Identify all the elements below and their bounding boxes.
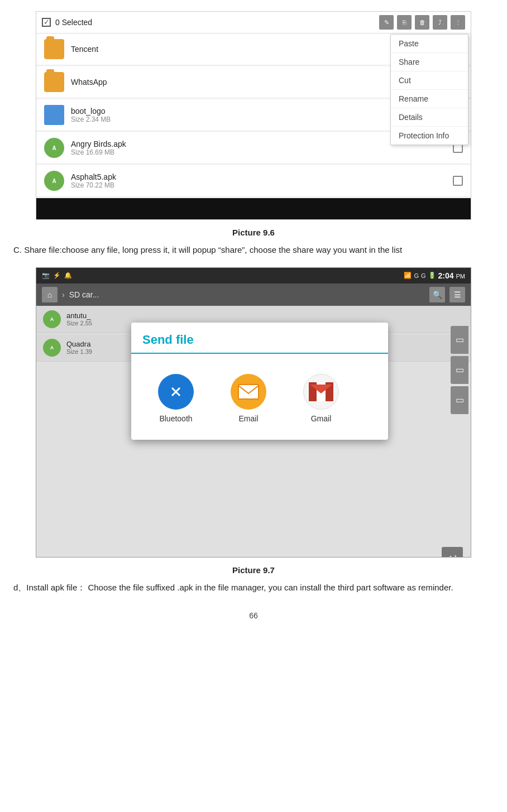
bluetooth-icon: [158, 374, 194, 410]
send-file-dialog: Send file Bluetooth: [131, 323, 388, 440]
paragraph-d: d、Install apk file： Choose the file suff…: [13, 580, 494, 595]
file-size: Size 2.55: [66, 320, 92, 326]
more-icon[interactable]: ⋮: [451, 15, 465, 30]
gmail-option[interactable]: Gmail: [288, 368, 355, 429]
back-button[interactable]: ↩: [442, 547, 463, 558]
signal-icon: G: [414, 272, 419, 279]
gmail-icon: [303, 374, 339, 410]
search-icon[interactable]: 🔍: [429, 287, 445, 302]
fm-nav-bar: ⌂ › SD car... 🔍 ☰: [36, 284, 471, 306]
file-name: antutu_: [66, 311, 92, 320]
email-option[interactable]: Email: [215, 368, 282, 429]
body-text-d: d、Install apk file： Choose the file suff…: [13, 580, 494, 595]
signal2-icon: G: [421, 272, 426, 279]
time-value: 2:04: [438, 271, 454, 280]
dialog-title: Send file: [131, 323, 388, 354]
fm-topbar: 0 Selected ✎ ⎘ 🗑 ⤴ ⋮: [36, 12, 471, 33]
bottom-black-bar: [36, 198, 471, 219]
usb-icon: ⚡: [53, 272, 61, 279]
item-checkbox[interactable]: [453, 176, 463, 186]
file-info: antutu_ Size 2.55: [66, 311, 92, 326]
notification-icon: 🔔: [64, 272, 72, 279]
dialog-options: Bluetooth Email: [131, 359, 388, 429]
apk-icon: A: [43, 310, 61, 328]
menu-item-details[interactable]: Details: [391, 108, 468, 127]
menu-item-share[interactable]: Share: [391, 53, 468, 71]
fm-topbar-left: 0 Selected: [42, 18, 92, 27]
apk-icon: A: [44, 138, 64, 158]
fm-nav-right: 🔍 ☰: [429, 287, 465, 302]
apk-icon: A: [43, 339, 61, 357]
fm-body: A antutu_ Size 2.55 A Quadra Size 1.39 ▭…: [36, 306, 471, 558]
copy-icon[interactable]: ⎘: [397, 15, 412, 30]
select-all-checkbox[interactable]: [42, 18, 51, 27]
menu-icon[interactable]: ☰: [449, 287, 465, 302]
file-info: Asphalt5.apk Size 70.22 MB: [71, 172, 446, 189]
status-icons-right: 📶 G G 🔋 2:04 PM: [404, 271, 465, 280]
context-menu: Paste Share Cut Rename Details Protectio…: [390, 34, 468, 145]
caption-2: Picture 9.7: [0, 565, 507, 575]
folder-icon: [44, 39, 64, 59]
bluetooth-option[interactable]: Bluetooth: [142, 368, 209, 429]
email-icon: [231, 374, 266, 410]
wifi-icon: 📶: [404, 272, 412, 279]
menu-item-paste[interactable]: Paste: [391, 35, 468, 53]
page-number: 66: [0, 611, 507, 620]
file-name: Quadra: [66, 340, 92, 348]
home-icon[interactable]: ⌂: [42, 287, 58, 302]
apk-icon: A: [44, 171, 64, 191]
gmail-label: Gmail: [311, 414, 332, 423]
camera-icon: 📷: [42, 272, 50, 279]
share-icon-btn[interactable]: ⤴: [433, 15, 447, 30]
panel-icon-2[interactable]: ▭: [451, 356, 468, 384]
top-screenshot: 0 Selected ✎ ⎘ 🗑 ⤴ ⋮ Paste Share Cut Ren…: [36, 11, 471, 220]
menu-item-cut[interactable]: Cut: [391, 71, 468, 90]
edit-icon[interactable]: ✎: [379, 15, 394, 30]
side-buttons: ▭ ▭ ▭: [448, 321, 471, 419]
panel-icon-3[interactable]: ▭: [451, 386, 468, 414]
svg-rect-0: [238, 385, 259, 399]
panel-icon-1[interactable]: ▭: [451, 326, 468, 354]
file-size: Size 70.22 MB: [71, 181, 446, 189]
folder-icon: [44, 72, 64, 92]
file-size: Size 16.69 MB: [71, 148, 446, 156]
body-text-c: C. Share file:choose any file, long pres…: [13, 243, 494, 257]
nav-path: SD car...: [69, 290, 99, 299]
image-icon: [44, 105, 64, 125]
menu-item-rename[interactable]: Rename: [391, 90, 468, 108]
bottom-nav: ↩: [434, 541, 471, 558]
file-name: Asphalt5.apk: [71, 172, 446, 181]
time-display: 2:04 PM: [438, 271, 465, 280]
fm-topbar-right: ✎ ⎘ 🗑 ⤴ ⋮: [379, 15, 465, 30]
status-icons-left: 📷 ⚡ 🔔: [42, 272, 72, 279]
bluetooth-label: Bluetooth: [159, 414, 192, 423]
email-label: Email: [238, 414, 258, 423]
file-size: Size 1.39: [66, 348, 92, 355]
time-ampm: PM: [456, 273, 466, 280]
paragraph-c: C. Share file:choose any file, long pres…: [13, 243, 494, 257]
status-bar: 📷 ⚡ 🔔 📶 G G 🔋 2:04 PM: [36, 268, 471, 284]
delete-icon[interactable]: 🗑: [415, 15, 429, 30]
battery-icon: 🔋: [428, 272, 436, 279]
file-info: Quadra Size 1.39: [66, 340, 92, 355]
caption-1: Picture 9.6: [0, 228, 507, 237]
bottom-screenshot: 📷 ⚡ 🔔 📶 G G 🔋 2:04 PM ⌂ › SD car... 🔍 ☰: [36, 267, 471, 558]
menu-item-protection[interactable]: Protection Info: [391, 127, 468, 145]
nav-arrow: ›: [62, 290, 65, 299]
selected-label: 0 Selected: [55, 18, 92, 27]
fm-nav-left: ⌂ › SD car...: [42, 287, 99, 302]
list-item[interactable]: A Asphalt5.apk Size 70.22 MB: [36, 165, 471, 197]
